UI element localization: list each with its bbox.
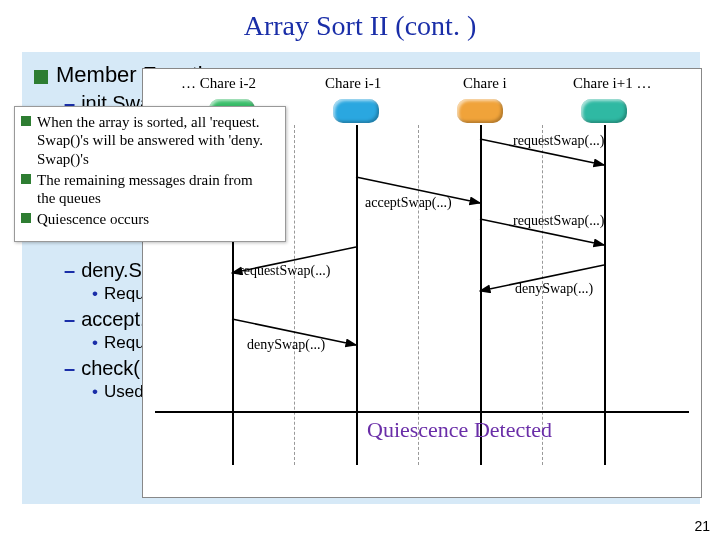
bullet-icon xyxy=(21,174,31,184)
slide-title: Array Sort II (cont. ) xyxy=(0,0,720,48)
popup-line-3: Quiescence occurs xyxy=(37,210,269,228)
bullet-icon xyxy=(21,213,31,223)
bullet-icon xyxy=(21,116,31,126)
msg-requestswap: requestSwap(...) xyxy=(239,263,330,279)
msg-acceptswap: acceptSwap(...) xyxy=(365,195,452,211)
popup-line-2: The remaining messages drain from the qu… xyxy=(37,171,269,208)
quiescence-label: Quiescence Detected xyxy=(367,417,552,443)
popup-line-1: When the array is sorted, all 'request. … xyxy=(37,113,269,168)
msg-requestswap: requestSwap(...) xyxy=(513,213,604,229)
msg-requestswap: requestSwap(...) xyxy=(513,133,604,149)
msg-denyswap: denySwap(...) xyxy=(247,337,325,353)
bullet-icon xyxy=(34,70,48,84)
quiescence-line xyxy=(155,411,689,413)
page-number: 21 xyxy=(694,518,710,534)
note-popup: When the array is sorted, all 'request. … xyxy=(14,106,286,242)
msg-denyswap: denySwap(...) xyxy=(515,281,593,297)
